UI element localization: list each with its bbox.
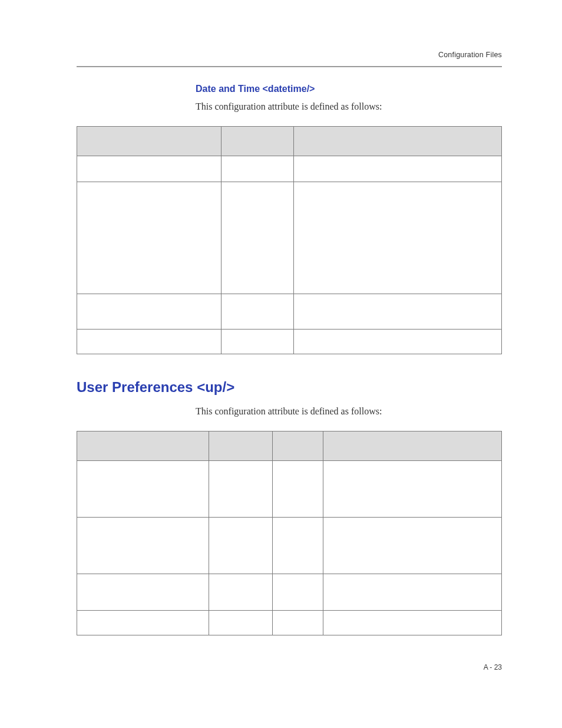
table-cell	[209, 611, 272, 635]
section-heading: User Preferences <up/>	[77, 379, 502, 396]
lede-paragraph-1: This configuration attribute is defined …	[196, 101, 502, 112]
table-header-cell	[209, 431, 272, 461]
table-cell	[77, 156, 222, 182]
page-content: Date and Time <datetime/> This configura…	[77, 84, 502, 660]
table-cell	[293, 182, 501, 294]
table-cell	[77, 182, 222, 294]
table-header-cell	[77, 431, 209, 461]
table-row	[77, 156, 502, 182]
table-row	[77, 461, 502, 518]
table-cell	[293, 156, 501, 182]
table-header-cell	[272, 431, 323, 461]
table-cell	[209, 574, 272, 611]
table-cell	[323, 611, 502, 635]
table-row	[77, 611, 502, 635]
page: Configuration Files Date and Time <datet…	[0, 0, 562, 728]
lede-paragraph-2: This configuration attribute is defined …	[196, 406, 502, 417]
horizontal-rule	[77, 66, 502, 67]
table-cell	[272, 461, 323, 518]
table-header-cell	[222, 127, 294, 156]
table-cell	[77, 574, 209, 611]
table-cell	[293, 294, 501, 330]
table-cell	[272, 574, 323, 611]
table-cell	[222, 294, 294, 330]
table-cell	[77, 461, 209, 518]
table-cell	[222, 156, 294, 182]
table-row	[77, 574, 502, 611]
attribute-table-1	[77, 126, 502, 354]
table-cell	[222, 182, 294, 294]
table-cell	[209, 461, 272, 518]
table-cell	[77, 518, 209, 574]
table-cell	[323, 518, 502, 574]
table-cell	[272, 611, 323, 635]
table-cell	[272, 518, 323, 574]
table-cell	[293, 330, 501, 354]
page-number: A - 23	[77, 663, 502, 671]
table-cell	[323, 574, 502, 611]
table-header-cell	[77, 127, 222, 156]
table-header-row	[77, 431, 502, 461]
table-header-row	[77, 127, 502, 156]
running-head: Configuration Files	[77, 51, 502, 59]
table-row	[77, 518, 502, 574]
table-cell	[323, 461, 502, 518]
table-header-cell	[323, 431, 502, 461]
table-row	[77, 182, 502, 294]
attribute-table-2	[77, 431, 502, 635]
subsection-heading: Date and Time <datetime/>	[196, 84, 502, 94]
table-header-cell	[293, 127, 501, 156]
table-cell	[77, 330, 222, 354]
table-cell	[209, 518, 272, 574]
table-cell	[222, 330, 294, 354]
table-cell	[77, 611, 209, 635]
table-row	[77, 294, 502, 330]
table-cell	[77, 294, 222, 330]
table-row	[77, 330, 502, 354]
